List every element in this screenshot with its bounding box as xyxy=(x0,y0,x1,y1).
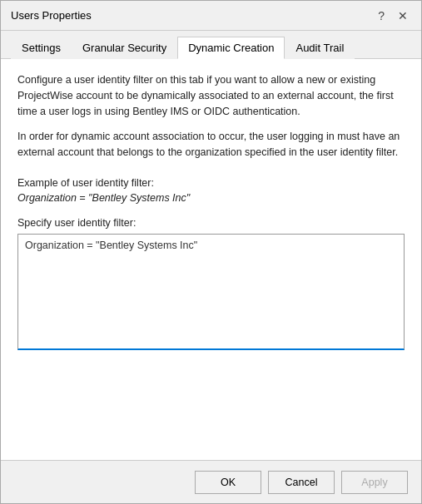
ok-button[interactable]: OK xyxy=(195,471,261,494)
close-button[interactable]: ✕ xyxy=(395,10,411,22)
filter-input[interactable] xyxy=(17,234,405,350)
users-properties-dialog: Users Properties ? ✕ Settings Granular S… xyxy=(0,0,422,504)
description-paragraph-1: Configure a user identity filter on this… xyxy=(17,72,405,119)
help-button[interactable]: ? xyxy=(375,10,388,22)
dialog-title: Users Properties xyxy=(11,9,92,22)
cancel-button[interactable]: Cancel xyxy=(268,471,335,494)
tab-content: Configure a user identity filter on this… xyxy=(1,59,421,460)
tab-granular-security[interactable]: Granular Security xyxy=(72,37,177,59)
filter-label: Specify user identity filter: xyxy=(17,217,405,229)
tab-audit-trail[interactable]: Audit Trail xyxy=(285,37,355,59)
tab-settings[interactable]: Settings xyxy=(11,37,72,59)
example-value: Organization = "Bentley Systems Inc" xyxy=(17,192,405,204)
filter-section: Specify user identity filter: xyxy=(17,217,405,353)
description-paragraph-2: In order for dynamic account association… xyxy=(17,129,405,161)
title-bar-controls: ? ✕ xyxy=(375,10,411,22)
tab-dynamic-creation[interactable]: Dynamic Creation xyxy=(177,37,285,59)
tab-bar: Settings Granular Security Dynamic Creat… xyxy=(1,31,421,59)
title-bar: Users Properties ? ✕ xyxy=(1,1,421,31)
apply-button[interactable]: Apply xyxy=(341,471,408,494)
dialog-footer: OK Cancel Apply xyxy=(1,460,421,503)
example-label: Example of user identity filter: xyxy=(17,177,405,189)
example-section: Example of user identity filter: Organiz… xyxy=(17,177,405,204)
